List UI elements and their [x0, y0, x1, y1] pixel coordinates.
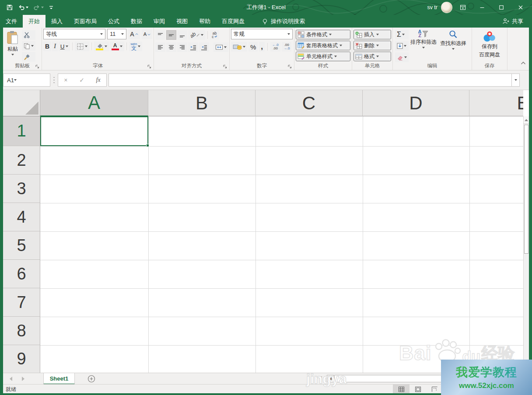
insert-function-icon[interactable]: fx — [96, 77, 101, 84]
expand-formula-bar-button[interactable] — [512, 73, 520, 87]
row-header-2[interactable]: 2 — [3, 146, 40, 175]
autosum-button[interactable]: Σ — [395, 30, 409, 39]
row-header-3[interactable]: 3 — [3, 175, 40, 203]
clear-button[interactable] — [395, 52, 409, 62]
fill-color-button[interactable] — [94, 42, 109, 51]
column-header-b[interactable]: B — [148, 90, 256, 116]
row-header-4[interactable]: 4 — [3, 203, 40, 231]
tab-formulas[interactable]: 公式 — [102, 15, 125, 28]
cut-button[interactable] — [22, 30, 35, 40]
decrease-decimal-button[interactable]: .00→.0 — [282, 42, 292, 52]
tab-baidu-netdisk[interactable]: 百度网盘 — [216, 15, 250, 28]
collapse-ribbon-button[interactable] — [521, 59, 526, 66]
percent-style-button[interactable]: % — [248, 42, 258, 52]
insert-cells-button[interactable]: 插入 — [354, 30, 391, 39]
borders-button[interactable] — [75, 42, 89, 51]
save-to-baidu-button[interactable]: 保存到 百度网盘 — [477, 29, 502, 62]
horizontal-scrollbar-thumb[interactable] — [334, 375, 442, 382]
font-color-button[interactable]: A — [110, 42, 124, 51]
orientation-button[interactable]: ab — [188, 30, 205, 40]
delete-cells-button[interactable]: 删除 — [354, 41, 391, 50]
increase-decimal-button[interactable]: ←.0.00 — [270, 42, 280, 52]
italic-button[interactable]: I — [52, 42, 58, 51]
user-name[interactable]: sv tr — [427, 4, 438, 10]
cell-styles-button[interactable]: 单元格样式 — [296, 52, 350, 61]
scroll-up-button[interactable] — [524, 116, 529, 124]
tab-page-layout[interactable]: 页面布局 — [68, 15, 102, 28]
cells-area[interactable] — [40, 116, 523, 373]
page-break-preview-button[interactable] — [426, 385, 443, 394]
column-header-d[interactable]: D — [363, 90, 469, 116]
sheet-tab-sheet1[interactable]: Sheet1 — [43, 373, 75, 385]
redo-button[interactable] — [32, 3, 46, 12]
row-header-8[interactable]: 8 — [3, 317, 40, 345]
align-right-button[interactable] — [177, 42, 187, 52]
hscroll-left-button[interactable] — [327, 375, 334, 382]
maximize-button[interactable] — [493, 0, 510, 15]
column-header-a[interactable]: A — [40, 90, 148, 116]
tell-me-search[interactable]: 操作说明搜索 — [262, 15, 305, 28]
merge-center-button[interactable] — [214, 42, 228, 52]
clipboard-dialog-launcher[interactable] — [35, 63, 41, 69]
conditional-formatting-button[interactable]: 条件格式 — [296, 30, 350, 39]
comma-style-button[interactable]: , — [259, 42, 265, 52]
prev-sheet-button[interactable] — [10, 377, 12, 381]
align-center-button[interactable] — [166, 42, 176, 52]
alignment-dialog-launcher[interactable] — [223, 63, 228, 69]
bottom-align-button[interactable] — [177, 30, 187, 40]
share-button[interactable]: 共享 — [502, 15, 532, 28]
tab-data[interactable]: 数据 — [125, 15, 148, 28]
ribbon-display-options-button[interactable] — [454, 0, 472, 15]
tab-help[interactable]: 帮助 — [193, 15, 216, 28]
tab-insert[interactable]: 插入 — [46, 15, 68, 28]
number-dialog-launcher[interactable] — [287, 63, 293, 69]
increase-indent-button[interactable] — [199, 42, 209, 52]
formula-input[interactable] — [108, 73, 512, 87]
underline-button[interactable]: U — [59, 42, 70, 51]
copy-button[interactable] — [22, 41, 35, 51]
cancel-icon[interactable]: × — [64, 77, 67, 84]
save-button[interactable] — [4, 3, 15, 12]
accounting-format-button[interactable] — [231, 42, 247, 52]
grow-font-button[interactable]: A — [128, 29, 140, 39]
row-header-7[interactable]: 7 — [3, 288, 40, 317]
tab-file[interactable]: 文件 — [0, 15, 23, 28]
page-layout-view-button[interactable] — [410, 385, 426, 394]
next-sheet-button[interactable] — [22, 377, 24, 381]
font-dialog-launcher[interactable] — [147, 63, 153, 69]
tab-view[interactable]: 视图 — [171, 15, 193, 28]
fill-handle[interactable] — [146, 144, 149, 147]
tab-splitter-handle[interactable] — [321, 376, 322, 382]
tab-review[interactable]: 审阅 — [148, 15, 171, 28]
name-box-resize-handle[interactable] — [53, 76, 55, 84]
font-size-combo[interactable]: 11 — [107, 29, 126, 39]
enter-icon[interactable]: ✓ — [79, 77, 84, 84]
row-header-9[interactable]: 9 — [3, 345, 40, 373]
new-sheet-button[interactable] — [88, 375, 95, 385]
row-header-5[interactable]: 5 — [3, 231, 40, 260]
bold-button[interactable]: B — [43, 42, 51, 51]
format-painter-button[interactable] — [22, 52, 35, 62]
column-header-e[interactable]: E — [469, 90, 523, 116]
middle-align-button[interactable] — [166, 30, 176, 40]
close-button[interactable] — [512, 0, 529, 15]
row-header-1[interactable]: 1 — [3, 116, 40, 146]
font-name-combo[interactable]: 等线 — [43, 29, 105, 39]
align-left-button[interactable] — [155, 42, 165, 52]
tab-home[interactable]: 开始 — [23, 15, 46, 28]
decrease-indent-button[interactable] — [188, 42, 198, 52]
sort-filter-button[interactable]: AZ 排序和筛选 — [409, 29, 438, 62]
format-as-table-button[interactable]: 套用表格格式 — [296, 41, 350, 50]
minimize-button[interactable] — [473, 0, 491, 15]
paste-button[interactable]: 粘贴 — [4, 29, 21, 62]
number-format-combo[interactable]: 常规 — [231, 29, 293, 39]
column-header-c[interactable]: C — [256, 90, 363, 116]
normal-view-button[interactable] — [393, 385, 410, 394]
top-align-button[interactable] — [155, 30, 165, 40]
vertical-scrollbar[interactable] — [523, 116, 529, 373]
name-box[interactable]: A1 — [3, 73, 50, 87]
phonetic-guide-button[interactable]: wén 文 — [129, 42, 143, 51]
wrap-text-button[interactable]: ab c — [210, 30, 219, 40]
format-cells-button[interactable]: 格式 — [354, 52, 391, 61]
vertical-scrollbar-thumb[interactable] — [524, 125, 528, 254]
